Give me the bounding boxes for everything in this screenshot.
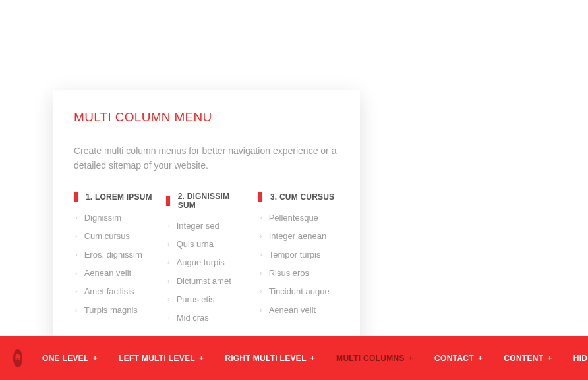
chevron-right-icon: › [167, 313, 170, 321]
nav-item-label: MULTI COLUMNS [336, 354, 405, 363]
column-link[interactable]: ›Integer aenean [258, 231, 339, 241]
chevron-right-icon: › [167, 258, 170, 266]
column-header: 3. CUM CURSUS [258, 192, 339, 202]
chevron-right-icon: › [167, 240, 170, 248]
dropdown-column: 1. LOREM IPSUM›Dignissim›Cum cursus›Eros… [74, 192, 154, 331]
chevron-right-icon: › [75, 232, 78, 240]
chevron-right-icon: › [260, 287, 262, 295]
home-button[interactable] [13, 349, 22, 367]
chevron-right-icon: › [260, 213, 262, 221]
column-link[interactable]: ›Tincidunt augue [258, 286, 339, 296]
column-link-label: Aenean velit [269, 305, 316, 315]
column-link-label: Tincidunt augue [269, 286, 330, 296]
column-link-label: Cum cursus [84, 231, 130, 241]
chevron-right-icon: › [260, 269, 262, 277]
nav-item-label: ONE LEVEL [42, 354, 89, 363]
nav-item-content[interactable]: CONTENT+ [504, 354, 552, 363]
column-header: 2. DIGNISSIM SUM [166, 192, 247, 210]
accent-bar [166, 196, 170, 206]
column-link-label: Eros, dignissim [84, 250, 142, 259]
plus-icon: + [547, 354, 552, 363]
column-header-label: 3. CUM CURSUS [270, 192, 334, 202]
chevron-right-icon: › [75, 213, 78, 221]
chevron-right-icon: › [260, 250, 262, 258]
column-link[interactable]: ›Cum cursus [74, 231, 154, 241]
dropdown-title: MULTI COLUMN MENU [74, 110, 339, 134]
chevron-right-icon: › [75, 250, 78, 258]
column-link-label: Risus eros [269, 268, 309, 278]
chevron-right-icon: › [75, 269, 78, 277]
nav-item-label: LEFT MULTI LEVEL [119, 354, 195, 363]
column-link-label: Integer aenean [269, 231, 326, 241]
nav-item-right-multi-level[interactable]: RIGHT MULTI LEVEL+ [225, 354, 315, 363]
column-link-label: Dignissim [84, 213, 121, 223]
column-link-label: Pellentesque [269, 213, 318, 223]
navbar: ONE LEVEL+LEFT MULTI LEVEL+RIGHT MULTI L… [0, 336, 588, 380]
chevron-right-icon: › [75, 306, 78, 313]
column-link-label: Augue turpis [177, 258, 225, 267]
column-link[interactable]: ›Augue turpis [166, 258, 247, 267]
chevron-right-icon: › [260, 306, 262, 313]
column-link[interactable]: ›Amet facilisis [74, 286, 154, 296]
column-link[interactable]: ›Aenean velit [258, 305, 339, 315]
nav-item-label: CONTACT [434, 354, 474, 363]
multi-column-dropdown: MULTI COLUMN MENU Create multi column me… [53, 90, 360, 352]
chevron-right-icon: › [167, 295, 170, 303]
column-header: 1. LOREM IPSUM [74, 192, 154, 202]
dropdown-columns: 1. LOREM IPSUM›Dignissim›Cum cursus›Eros… [74, 192, 339, 331]
column-link[interactable]: ›Turpis magnis [74, 305, 154, 315]
column-link-label: Amet facilisis [84, 286, 134, 296]
column-link[interactable]: ›Mid cras [166, 313, 247, 323]
plus-icon: + [93, 354, 98, 363]
plus-icon: + [478, 354, 483, 363]
column-link-label: Dictumst amet [177, 276, 231, 286]
column-link[interactable]: ›Integer sed [166, 221, 247, 231]
home-icon [13, 352, 22, 364]
accent-bar [258, 192, 262, 202]
column-link[interactable]: ›Dictumst amet [166, 276, 247, 286]
accent-bar [74, 192, 78, 202]
column-link-label: Tempor turpis [269, 250, 321, 259]
plus-icon: + [199, 354, 204, 363]
column-link-label: Mid cras [177, 313, 209, 323]
nav-item-label: HIDDEN MENU [573, 354, 588, 363]
column-link-label: Quis urna [177, 239, 214, 249]
dropdown-column: 3. CUM CURSUS›Pellentesque›Integer aenea… [258, 192, 339, 331]
chevron-right-icon: › [167, 221, 170, 229]
nav-item-contact[interactable]: CONTACT+ [434, 354, 483, 363]
column-link[interactable]: ›Dignissim [74, 213, 154, 223]
column-header-label: 1. LOREM IPSUM [86, 192, 152, 202]
column-link[interactable]: ›Tempor turpis [258, 250, 339, 259]
column-link-label: Turpis magnis [84, 305, 138, 315]
nav-item-multi-columns[interactable]: MULTI COLUMNS+ [336, 354, 413, 363]
column-link-label: Integer sed [177, 221, 220, 231]
column-header-label: 2. DIGNISSIM SUM [178, 192, 247, 210]
column-link[interactable]: ›Aenean velit [74, 268, 154, 278]
nav-item-hidden-menu[interactable]: HIDDEN MENU+ [573, 354, 588, 363]
chevron-right-icon: › [260, 232, 262, 240]
column-link[interactable]: ›Pellentesque [258, 213, 339, 223]
chevron-right-icon: › [75, 287, 78, 295]
column-link[interactable]: ›Quis urna [166, 239, 247, 249]
column-link[interactable]: ›Risus eros [258, 268, 339, 278]
nav-item-label: CONTENT [504, 354, 543, 363]
nav-item-left-multi-level[interactable]: LEFT MULTI LEVEL+ [119, 354, 204, 363]
column-link-label: Purus etis [177, 294, 215, 304]
dropdown-column: 2. DIGNISSIM SUM›Integer sed›Quis urna›A… [166, 192, 247, 331]
chevron-right-icon: › [167, 277, 170, 285]
column-link-label: Aenean velit [84, 268, 132, 278]
plus-icon: + [409, 354, 413, 363]
plus-icon: + [310, 354, 315, 363]
dropdown-description: Create multi column menus for better nav… [74, 144, 339, 173]
nav-item-label: RIGHT MULTI LEVEL [225, 354, 307, 363]
column-link[interactable]: ›Purus etis [166, 294, 247, 304]
column-link[interactable]: ›Eros, dignissim [74, 250, 154, 259]
nav-item-one-level[interactable]: ONE LEVEL+ [42, 354, 98, 363]
